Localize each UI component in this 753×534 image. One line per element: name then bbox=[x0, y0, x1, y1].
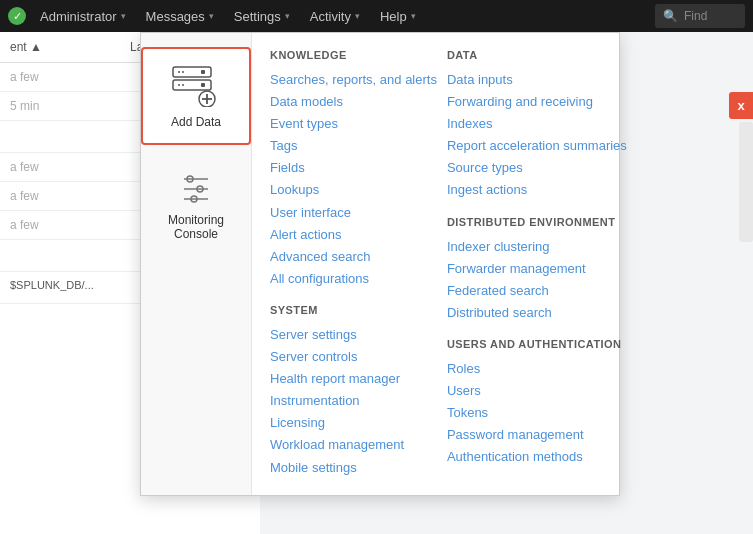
link-federated-search[interactable]: Federated search bbox=[447, 280, 627, 302]
link-searches-reports-alerts[interactable]: Searches, reports, and alerts bbox=[270, 69, 437, 91]
link-licensing[interactable]: Licensing bbox=[270, 412, 437, 434]
system-section: SYSTEM Server settings Server controls H… bbox=[270, 304, 437, 479]
edge-button[interactable]: x bbox=[729, 92, 753, 119]
sidebar-monitoring-console-button[interactable]: Monitoring Console bbox=[141, 153, 251, 257]
nav-label-messages: Messages bbox=[146, 9, 205, 24]
users-auth-section: USERS AND AUTHENTICATION Roles Users Tok… bbox=[447, 338, 627, 468]
link-event-types[interactable]: Event types bbox=[270, 113, 437, 135]
caret-icon: ▾ bbox=[285, 11, 290, 21]
caret-icon: ▾ bbox=[209, 11, 214, 21]
svg-rect-3 bbox=[201, 70, 205, 74]
search-label: Find bbox=[684, 9, 707, 23]
link-tags[interactable]: Tags bbox=[270, 135, 437, 157]
data-section: DATA Data inputs Forwarding and receivin… bbox=[447, 49, 627, 202]
status-indicator: ✓ bbox=[8, 7, 26, 25]
distributed-section: DISTRIBUTED ENVIRONMENT Indexer clusteri… bbox=[447, 216, 627, 324]
caret-icon: ▾ bbox=[121, 11, 126, 21]
nav-item-help[interactable]: Help ▾ bbox=[370, 0, 426, 32]
nav-item-settings[interactable]: Settings ▾ bbox=[224, 0, 300, 32]
users-auth-header: USERS AND AUTHENTICATION bbox=[447, 338, 627, 350]
top-navigation: ✓ Administrator ▾ Messages ▾ Settings ▾ … bbox=[0, 0, 753, 32]
link-roles[interactable]: Roles bbox=[447, 358, 627, 380]
link-indexes[interactable]: Indexes bbox=[447, 113, 627, 135]
nav-label-help: Help bbox=[380, 9, 407, 24]
link-source-types[interactable]: Source types bbox=[447, 157, 627, 179]
add-data-label: Add Data bbox=[171, 115, 221, 129]
link-distributed-search[interactable]: Distributed search bbox=[447, 302, 627, 324]
main-area: ent ▲ Lates a few 5 min a few a few a fe… bbox=[0, 32, 753, 534]
brand-logo: ✓ bbox=[8, 7, 26, 25]
nav-label-activity: Activity bbox=[310, 9, 351, 24]
link-forwarding-receiving[interactable]: Forwarding and receiving bbox=[447, 91, 627, 113]
search-icon: 🔍 bbox=[663, 9, 678, 23]
link-all-configurations[interactable]: All configurations bbox=[270, 268, 437, 290]
link-instrumentation[interactable]: Instrumentation bbox=[270, 390, 437, 412]
knowledge-section: KNOWLEDGE Searches, reports, and alerts … bbox=[270, 49, 437, 290]
caret-icon: ▾ bbox=[411, 11, 416, 21]
nav-item-messages[interactable]: Messages ▾ bbox=[136, 0, 224, 32]
system-header: SYSTEM bbox=[270, 304, 437, 316]
sidebar-add-data-button[interactable]: Add Data bbox=[141, 47, 251, 145]
data-distributed-users-column: DATA Data inputs Forwarding and receivin… bbox=[447, 49, 627, 479]
link-fields[interactable]: Fields bbox=[270, 157, 437, 179]
link-workload-management[interactable]: Workload management bbox=[270, 434, 437, 456]
link-mobile-settings[interactable]: Mobile settings bbox=[270, 457, 437, 479]
settings-dropdown: Add Data Monitoring Console bbox=[140, 32, 620, 496]
link-report-acceleration[interactable]: Report acceleration summaries bbox=[447, 135, 627, 157]
link-users[interactable]: Users bbox=[447, 380, 627, 402]
link-lookups[interactable]: Lookups bbox=[270, 179, 437, 201]
link-ingest-actions[interactable]: Ingest actions bbox=[447, 179, 627, 201]
svg-rect-7 bbox=[201, 83, 205, 87]
search-bar[interactable]: 🔍 Find bbox=[655, 4, 745, 28]
scroll-handle[interactable] bbox=[739, 122, 753, 242]
col-header-ent: ent ▲ bbox=[10, 40, 130, 54]
monitoring-console-icon bbox=[176, 169, 216, 205]
data-header: DATA bbox=[447, 49, 627, 61]
nav-item-administrator[interactable]: Administrator ▾ bbox=[30, 0, 136, 32]
nav-label-settings: Settings bbox=[234, 9, 281, 24]
knowledge-system-column: KNOWLEDGE Searches, reports, and alerts … bbox=[270, 49, 447, 479]
link-tokens[interactable]: Tokens bbox=[447, 402, 627, 424]
link-authentication-methods[interactable]: Authentication methods bbox=[447, 446, 627, 468]
link-server-controls[interactable]: Server controls bbox=[270, 346, 437, 368]
add-data-icon bbox=[169, 63, 223, 107]
link-health-report-manager[interactable]: Health report manager bbox=[270, 368, 437, 390]
nav-item-activity[interactable]: Activity ▾ bbox=[300, 0, 370, 32]
knowledge-header: KNOWLEDGE bbox=[270, 49, 437, 61]
link-data-inputs[interactable]: Data inputs bbox=[447, 69, 627, 91]
link-indexer-clustering[interactable]: Indexer clustering bbox=[447, 236, 627, 258]
link-password-management[interactable]: Password management bbox=[447, 424, 627, 446]
link-user-interface[interactable]: User interface bbox=[270, 202, 437, 224]
link-alert-actions[interactable]: Alert actions bbox=[270, 224, 437, 246]
caret-icon: ▾ bbox=[355, 11, 360, 21]
link-advanced-search[interactable]: Advanced search bbox=[270, 246, 437, 268]
link-server-settings[interactable]: Server settings bbox=[270, 324, 437, 346]
link-forwarder-management[interactable]: Forwarder management bbox=[447, 258, 627, 280]
link-data-models[interactable]: Data models bbox=[270, 91, 437, 113]
distributed-header: DISTRIBUTED ENVIRONMENT bbox=[447, 216, 627, 228]
dropdown-content: KNOWLEDGE Searches, reports, and alerts … bbox=[252, 33, 641, 495]
nav-label-administrator: Administrator bbox=[40, 9, 117, 24]
monitoring-console-label: Monitoring Console bbox=[153, 213, 239, 241]
dropdown-sidebar: Add Data Monitoring Console bbox=[141, 33, 252, 495]
